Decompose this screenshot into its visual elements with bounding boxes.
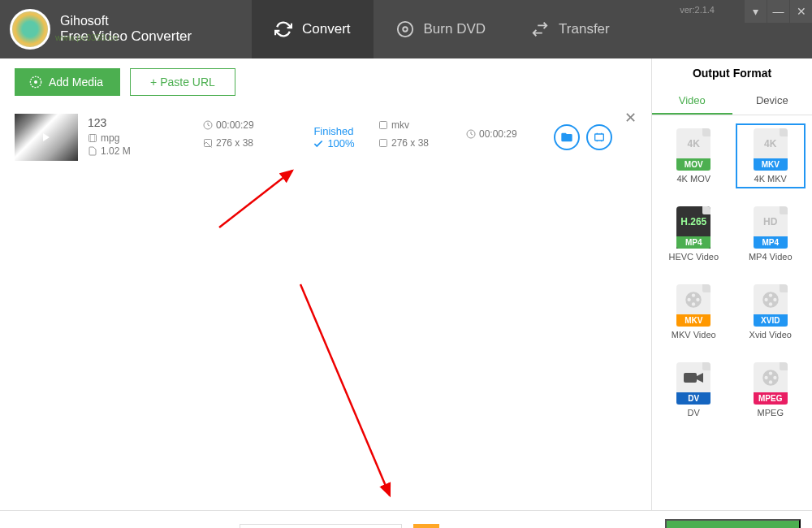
browse-folder-button[interactable] — [413, 524, 439, 529]
tab-burn[interactable]: Burn DVD — [374, 0, 509, 58]
app-logo — [10, 9, 50, 50]
out-duration: 00:00:29 — [479, 128, 517, 140]
minimize-button[interactable]: — — [767, 0, 789, 23]
svg-point-19 — [688, 297, 691, 301]
svg-rect-7 — [380, 122, 387, 129]
format-label: 4K MOV — [663, 174, 724, 184]
tab-transfer[interactable]: Transfer — [508, 0, 633, 58]
conversion-status: Finished 100% — [299, 125, 369, 149]
file-name: 123 — [88, 116, 193, 129]
brand-name: Gihosoft — [60, 14, 192, 28]
film-strip-icon — [378, 120, 388, 130]
check-icon — [313, 138, 324, 149]
svg-point-16 — [692, 293, 695, 296]
image-icon — [378, 138, 388, 148]
svg-rect-10 — [595, 134, 604, 141]
status-label: Finished — [299, 125, 369, 137]
format-tab-device[interactable]: Device — [732, 88, 813, 115]
nav-tabs: Convert Burn DVD Transfer — [252, 0, 633, 58]
svg-point-24 — [764, 297, 767, 301]
clock-icon — [466, 129, 476, 139]
doc-icon — [88, 146, 97, 156]
watermark: www.pc0359.cn — [55, 32, 118, 42]
tab-burn-label: Burn DVD — [424, 21, 486, 37]
version-label: ver:2.1.4 — [680, 5, 715, 15]
format-option[interactable]: DVDV — [659, 357, 729, 422]
close-button[interactable]: ✕ — [789, 0, 812, 23]
window-controls: ▾ — ✕ — [744, 0, 812, 23]
tab-transfer-label: Transfer — [559, 21, 610, 37]
logo-area: Gihosoft Free Video Converter www.pc0359… — [0, 9, 252, 50]
video-thumbnail[interactable] — [15, 114, 78, 161]
tab-convert-label: Convert — [302, 21, 351, 37]
format-label: Xvid Video — [741, 330, 801, 340]
clock-icon — [203, 120, 213, 130]
output-path-input[interactable] — [240, 524, 402, 529]
annotation-arrow — [292, 276, 406, 504]
svg-point-31 — [764, 375, 767, 379]
svg-rect-8 — [380, 140, 387, 147]
svg-point-30 — [769, 380, 772, 383]
format-label: HEVC Video — [663, 252, 724, 262]
main-area: 123 mpg 1.02 M 00:00:29 276 x 38 — [0, 106, 812, 510]
in-duration: 00:00:29 — [216, 119, 254, 131]
svg-point-23 — [769, 302, 772, 305]
format-option[interactable]: HDMP4MP4 Video — [736, 201, 806, 266]
film-icon — [29, 76, 42, 89]
format-option[interactable]: H.265MP4HEVC Video — [659, 201, 729, 266]
svg-line-12 — [219, 171, 292, 227]
transfer-icon — [531, 20, 549, 38]
format-label: MKV Video — [663, 330, 724, 340]
add-media-button[interactable]: Add Media — [15, 68, 120, 96]
paste-url-button[interactable]: + Paste URL — [130, 68, 235, 96]
svg-rect-25 — [684, 373, 697, 383]
open-folder-button[interactable] — [554, 124, 580, 150]
remove-item-button[interactable]: ✕ — [624, 109, 637, 127]
convert-all-button[interactable]: Convert All — [665, 519, 801, 529]
format-option[interactable]: MKVMKV Video — [659, 279, 729, 344]
format-tab-video[interactable]: Video — [652, 88, 732, 115]
format-option[interactable]: 4KMKV4K MKV — [736, 123, 806, 188]
file-list: 123 mpg 1.02 M 00:00:29 276 x 38 — [0, 106, 651, 510]
paste-url-label: + Paste URL — [150, 76, 215, 89]
format-option[interactable]: XVIDXvid Video — [736, 279, 806, 344]
format-grid: 4KMOV4K MOV4KMKV4K MKVH.265MP4HEVC Video… — [652, 115, 812, 510]
svg-point-28 — [769, 371, 772, 374]
svg-point-29 — [773, 375, 776, 379]
format-label: DV — [663, 408, 724, 418]
output-meta-format: mkv 276 x 38 — [378, 119, 456, 155]
svg-point-1 — [403, 27, 408, 32]
output-meta-duration: 00:00:29 — [466, 128, 544, 146]
svg-point-0 — [397, 22, 412, 37]
file-item[interactable]: 123 mpg 1.02 M 00:00:29 276 x 38 — [15, 106, 637, 169]
add-media-label: Add Media — [49, 76, 103, 89]
settings-button[interactable] — [586, 124, 612, 150]
format-tabs: Video Device — [652, 88, 812, 115]
titlebar: Gihosoft Free Video Converter www.pc0359… — [0, 0, 812, 58]
format-label: 4K MKV — [741, 174, 801, 184]
in-format: mpg — [101, 132, 119, 144]
svg-point-3 — [34, 80, 37, 84]
disc-icon — [396, 20, 414, 38]
status-percent: 100% — [327, 137, 354, 149]
sidebar-title: Output Format — [652, 58, 812, 88]
out-format: mkv — [391, 119, 409, 131]
file-details: 123 mpg 1.02 M — [88, 116, 193, 158]
annotation-arrow — [211, 162, 309, 236]
format-option[interactable]: MPEGMPEG — [736, 357, 806, 422]
dropdown-button[interactable]: ▾ — [744, 0, 767, 23]
file-actions — [554, 124, 612, 150]
refresh-icon — [274, 20, 292, 38]
svg-rect-4 — [89, 135, 97, 142]
format-label: MPEG — [741, 408, 801, 418]
tab-convert[interactable]: Convert — [252, 0, 374, 58]
svg-line-14 — [300, 284, 390, 496]
svg-point-22 — [773, 297, 776, 301]
format-option[interactable]: 4KMOV4K MOV — [659, 123, 729, 188]
image-icon — [203, 138, 213, 148]
svg-point-21 — [769, 293, 772, 296]
out-resolution: 276 x 38 — [391, 137, 429, 149]
in-size: 1.02 M — [101, 145, 131, 157]
svg-point-18 — [692, 302, 695, 305]
format-label: MP4 Video — [741, 252, 801, 262]
